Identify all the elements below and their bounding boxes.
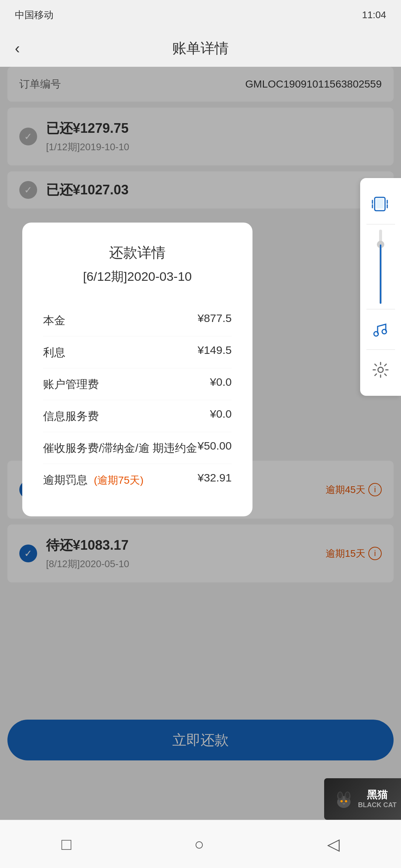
payment-detail-modal: 还款详情 [6/12期]2020-03-10 本金 ¥877.5 利息 ¥149… [22, 223, 252, 516]
scroll-line [380, 244, 381, 304]
modal-label-mgmt-fee: 账户管理费 [43, 376, 210, 392]
svg-point-8 [378, 367, 383, 372]
modal-value-interest: ¥149.5 [198, 344, 232, 356]
modal-label-principal: 本金 [43, 312, 198, 329]
modal-row-mgmt-fee: 账户管理费 ¥0.0 [43, 368, 232, 400]
page-header: ‹ 账单详情 [0, 30, 401, 67]
svg-point-6 [374, 332, 378, 336]
main-content: 订单编号 GMLOC19091011563802559 ✓ 已还¥1279.75… [0, 67, 401, 820]
modal-row-principal: 本金 ¥877.5 [43, 305, 232, 336]
float-divider-3 [366, 349, 395, 350]
vibrate-button[interactable] [366, 189, 395, 219]
modal-value-mgmt-fee: ¥0.0 [210, 376, 232, 388]
music-button[interactable] [366, 315, 395, 344]
status-bar: 中国移动 11:04 [0, 0, 401, 30]
nav-square-icon[interactable]: □ [61, 835, 71, 854]
modal-value-penalty: ¥32.91 [198, 471, 232, 484]
modal-row-penalty: 逾期罚息 (逾期75天) ¥32.91 [43, 464, 232, 496]
modal-label-interest: 利息 [43, 344, 198, 361]
blackcat-label: 黑猫 [367, 789, 388, 801]
blackcat-logo-icon [333, 788, 355, 810]
modal-value-collection-fee: ¥50.00 [198, 440, 232, 452]
nav-back-icon[interactable]: ◁ [327, 835, 340, 854]
settings-button[interactable] [366, 355, 395, 385]
svg-rect-1 [376, 199, 384, 208]
overdue-tag: (逾期75天) [94, 474, 144, 486]
blackcat-watermark: 黑猫 BLACK CAT [324, 778, 401, 820]
svg-point-13 [346, 792, 349, 798]
float-divider-1 [366, 224, 395, 224]
nav-circle-icon[interactable]: ○ [194, 835, 204, 854]
carrier-text: 中国移动 [15, 9, 53, 22]
penalty-label-text: 逾期罚息 [43, 474, 88, 486]
modal-overlay: 还款详情 [6/12期]2020-03-10 本金 ¥877.5 利息 ¥149… [0, 67, 401, 820]
scroll-track [379, 230, 382, 304]
modal-label-collection-fee: 催收服务费/滞纳金/逾 期违约金 [43, 440, 198, 456]
modal-title: 还款详情 [43, 243, 232, 262]
svg-point-15 [345, 800, 347, 802]
float-panel [360, 178, 401, 396]
svg-point-14 [340, 800, 343, 802]
svg-point-7 [382, 329, 387, 334]
modal-row-interest: 利息 ¥149.5 [43, 336, 232, 368]
modal-value-info-fee: ¥0.0 [210, 408, 232, 420]
modal-value-principal: ¥877.5 [198, 312, 232, 325]
modal-label-penalty: 逾期罚息 (逾期75天) [43, 471, 198, 488]
modal-row-info-fee: 信息服务费 ¥0.0 [43, 400, 232, 432]
modal-row-collection-fee: 催收服务费/滞纳金/逾 期违约金 ¥50.00 [43, 432, 232, 464]
bottom-nav: □ ○ ◁ [0, 820, 401, 868]
float-divider-2 [366, 309, 395, 309]
blackcat-sublabel: BLACK CAT [358, 801, 397, 809]
back-button[interactable]: ‹ [15, 40, 20, 57]
modal-subtitle: [6/12期]2020-03-10 [43, 268, 232, 285]
svg-point-12 [338, 792, 342, 798]
modal-label-info-fee: 信息服务费 [43, 408, 210, 424]
page-title: 账单详情 [172, 39, 229, 58]
time-text: 11:04 [362, 9, 386, 21]
